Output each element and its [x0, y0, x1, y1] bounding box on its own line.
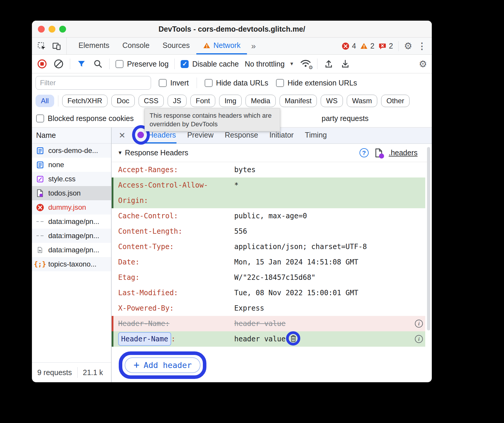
filter-chip-font[interactable]: Font	[190, 95, 215, 107]
annotation-circle	[286, 331, 300, 345]
filter-chip-js[interactable]: JS	[168, 95, 187, 107]
header-value-field[interactable]: header value	[234, 331, 285, 347]
override-file-icon	[375, 148, 383, 158]
response-headers-section[interactable]: ▼ Response Headers ? .headers	[112, 144, 432, 162]
header-row: Etag: W/"22c-18457c15d68"	[112, 270, 425, 285]
broken-image-icon	[36, 219, 44, 224]
header-row: Date: Mon, 15 Jan 2024 14:51:08 GMT	[112, 254, 425, 270]
network-conditions-icon[interactable]: ⚙	[300, 59, 311, 69]
device-toolbar-icon[interactable]	[52, 41, 62, 51]
issue-icon	[378, 42, 386, 50]
script-icon: {;}	[36, 260, 44, 268]
hide-extension-urls-checkbox[interactable]: Hide extension URLs	[276, 79, 357, 87]
checkbox-unchecked[interactable]	[115, 60, 123, 68]
response-headers-list: Accept-Ranges: bytes Access-Control-Allo…	[112, 162, 432, 382]
document-icon	[36, 161, 44, 169]
header-row-editing: Header-Name: header value i	[112, 331, 425, 347]
overridden-file-icon	[36, 189, 44, 197]
request-row[interactable]: style.css	[32, 172, 111, 186]
blocked-response-cookies-checkbox[interactable]: Blocked response cookies	[36, 114, 134, 123]
broken-image-icon	[36, 234, 44, 238]
tab-console[interactable]: Console	[116, 38, 156, 54]
record-network-log-button[interactable]	[37, 59, 47, 69]
network-summary-bar: 9 requests 21.1 k	[32, 362, 111, 382]
request-row[interactable]: data:image/pn...	[32, 214, 111, 229]
scrollbar[interactable]	[427, 147, 430, 330]
preserve-log-checkbox[interactable]: Preserve log	[115, 60, 168, 68]
filter-chip-manifest[interactable]: Manifest	[280, 95, 317, 107]
filter-input[interactable]	[36, 76, 151, 90]
hide-data-urls-checkbox[interactable]: Hide data URLs	[205, 79, 268, 87]
filter-chip-fetch-xhr[interactable]: Fetch/XHR	[62, 95, 107, 107]
tab-sources[interactable]: Sources	[156, 38, 196, 54]
tab-elements[interactable]: Elements	[72, 38, 116, 54]
transferred-size: 21.1 k	[78, 368, 108, 377]
header-name-input[interactable]: Header-Name	[118, 332, 171, 346]
filter-chip-media[interactable]: Media	[245, 95, 275, 107]
inspect-element-icon[interactable]	[37, 41, 47, 51]
header-row: Content-Length: 556	[112, 224, 425, 239]
import-har-icon[interactable]	[323, 59, 334, 69]
export-har-icon[interactable]	[340, 59, 351, 69]
filter-chip-img[interactable]: Img	[219, 95, 242, 107]
header-row-removed: Header-Name: header value i	[112, 316, 425, 331]
console-errors-badge[interactable]: 4	[342, 42, 356, 50]
info-icon[interactable]: i	[415, 320, 423, 328]
error-icon	[36, 204, 44, 212]
filter-chip-other[interactable]: Other	[381, 95, 410, 107]
window-titlebar: DevTools - cors-demo-devtools.glitch.me/	[32, 21, 432, 38]
invert-checkbox[interactable]: Invert	[159, 79, 189, 87]
request-row[interactable]: data:image/pn...	[32, 229, 111, 243]
plus-icon: +	[134, 360, 139, 370]
settings-gear-icon[interactable]: ⚙	[404, 41, 412, 51]
help-icon[interactable]: ?	[359, 148, 369, 157]
filter-chip-css[interactable]: CSS	[139, 95, 164, 107]
network-settings-gear-icon[interactable]: ⚙	[419, 59, 427, 69]
devtools-window: DevTools - cors-demo-devtools.glitch.me/…	[32, 21, 432, 382]
override-tooltip: This response contains headers which are…	[145, 108, 280, 131]
tab-timing[interactable]: Timing	[304, 127, 328, 143]
throttling-select[interactable]: No throttling ▼	[245, 60, 294, 68]
filter-icon[interactable]	[76, 59, 87, 69]
filter-chip-doc[interactable]: Doc	[111, 95, 135, 107]
header-row-overridden: Access-Control-Allow-Origin: *	[112, 177, 425, 208]
image-file-icon	[36, 247, 44, 253]
tab-network[interactable]: Network	[196, 38, 247, 54]
gear-icon: ⚙	[309, 64, 313, 71]
issues-badge[interactable]: 2	[378, 42, 393, 50]
request-row[interactable]: none	[32, 158, 111, 172]
search-icon[interactable]	[93, 59, 103, 69]
request-row[interactable]: cors-demo-de...	[32, 143, 111, 158]
clear-network-log-button[interactable]	[53, 59, 64, 69]
filter-chip-ws[interactable]: WS	[321, 95, 343, 107]
header-row: X-Powered-By: Express	[112, 301, 425, 316]
headers-file-link[interactable]: .headers	[389, 148, 418, 157]
header-row: Accept-Ranges: bytes	[112, 162, 425, 177]
warning-icon	[360, 42, 368, 50]
warning-icon	[203, 42, 211, 49]
name-column-header[interactable]: Name	[32, 127, 111, 143]
console-warnings-badge[interactable]: 2	[360, 42, 374, 50]
header-row: Last-Modified: Tue, 08 Nov 2022 15:00:01…	[112, 285, 425, 301]
info-icon[interactable]: i	[415, 335, 423, 343]
disable-cache-checkbox[interactable]: Disable cache	[181, 60, 239, 68]
header-row: Content-Type: application/json; charset=…	[112, 239, 425, 254]
third-party-requests-label: party requests	[322, 114, 368, 123]
kebab-menu-icon[interactable]: ⋮	[416, 42, 428, 51]
delete-header-icon[interactable]	[290, 335, 297, 343]
checkbox-checked[interactable]	[181, 60, 189, 68]
collapse-caret-icon[interactable]: ▼	[118, 150, 123, 156]
add-header-button[interactable]: + Add header	[125, 357, 200, 373]
more-tabs-icon[interactable]: »	[247, 38, 261, 54]
close-icon[interactable]: ✕	[118, 127, 127, 143]
request-row-selected[interactable]: todos.json	[32, 186, 111, 200]
request-row[interactable]: data:image/pn...	[32, 243, 111, 257]
devtools-tabbar: Elements Console Sources Network » 4 2	[32, 38, 432, 55]
stylesheet-icon	[36, 175, 44, 183]
request-row-error[interactable]: dummy.json	[32, 200, 111, 214]
filter-chip-all[interactable]: All	[36, 95, 54, 107]
request-row[interactable]: {;} topics-taxono...	[32, 257, 111, 271]
filter-chip-wasm[interactable]: Wasm	[347, 95, 377, 107]
network-toolbar: Preserve log Disable cache No throttling…	[32, 55, 432, 73]
annotation-rounded-rect: + Add header	[119, 351, 206, 379]
